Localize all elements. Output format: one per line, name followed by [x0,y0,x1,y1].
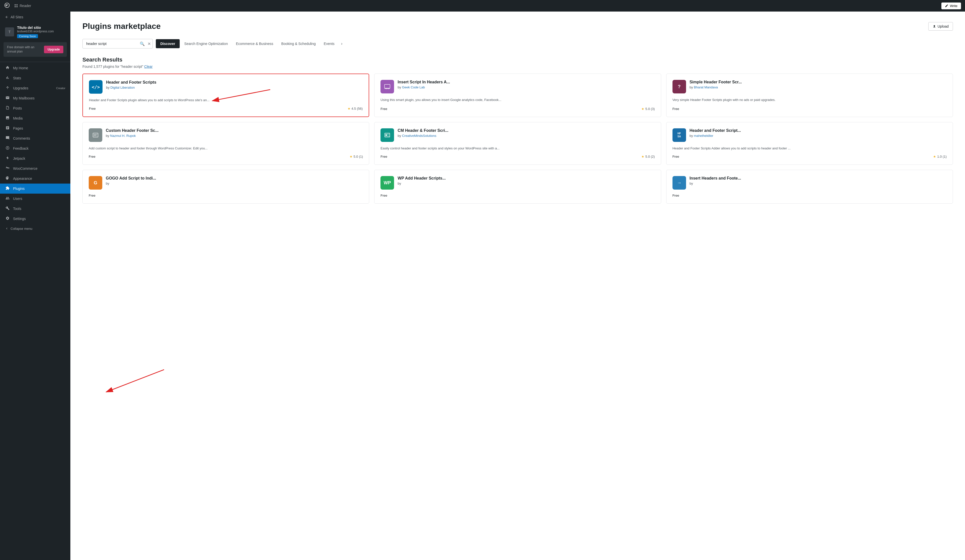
plugin-meta: Custom Header Footer Sc... by Nazmul H. … [106,128,363,138]
sidebar-item-left: Tools [5,206,21,211]
filter-tab-booking[interactable]: Booking & Scheduling [278,39,319,48]
sidebar-item-appearance[interactable]: Appearance [0,173,70,184]
site-avatar: T [5,28,14,36]
sidebar-item-media[interactable]: Media [0,113,70,123]
sidebar-item-left: My Mailboxes [5,96,35,101]
sidebar-item-stats[interactable]: Stats [0,73,70,83]
plugin-card-header-footer-scripts[interactable]: </> Header and Footer Scripts by Digital… [82,73,369,117]
search-wrapper: 🔍 ✕ [82,39,153,49]
plugin-card-insert-script-headers[interactable]: Insert Script In Headers A... by Geek Co… [374,73,661,117]
clear-search-link[interactable]: Clear [144,65,152,69]
plugin-meta: Simple Header Footer Scr... by Bharat Ma… [690,80,947,89]
svg-rect-6 [384,84,390,88]
sidebar-item-label: Pages [13,126,23,130]
upgrade-button[interactable]: Upgrade [44,46,63,53]
plugin-card-top: → Insert Headers and Foote... by [672,176,947,189]
plugin-icon: G [89,176,102,189]
sidebar-icon [5,146,10,151]
plugin-card-wp-add-header-scripts[interactable]: WP WP Add Header Scripts... by Free [374,170,661,204]
filter-tab-events[interactable]: Events [320,39,338,48]
sidebar-item-upgrades[interactable]: Upgrades Creator [0,83,70,93]
star-icon: ★ [348,107,350,111]
collapse-menu[interactable]: Collapse menu [0,224,70,233]
plugin-author-link[interactable]: mahethekiller [694,134,713,138]
sidebar-item-plugins[interactable]: Plugins [0,184,70,194]
plugin-card-top: Insert Script In Headers A... by Geek Co… [381,80,655,93]
plugin-author: by [106,181,363,185]
site-url: testweb336.wordpress.com [17,29,65,33]
plugin-name: Header and Footer Scripts [106,80,363,85]
upload-button[interactable]: Upload [928,22,953,31]
svg-rect-17 [386,135,387,136]
plugin-footer: Free [89,194,363,198]
sidebar-item-comments[interactable]: Comments [0,133,70,144]
content-area: Plugins marketplace Upload 🔍 ✕ DiscoverS… [70,11,965,560]
sidebar-divider [0,62,70,62]
filter-tab-ecommerce[interactable]: Ecommerce & Business [232,39,277,48]
sidebar-nav: My Home Stats Upgrades Creator My Mailbo… [0,63,70,224]
plugin-desc: Add custom script to header and footer t… [89,146,363,151]
plugin-rating: ★ 1.0 (1) [933,155,947,158]
coming-soon-badge: Coming Soon [17,34,38,38]
filter-tab-more[interactable]: › [339,39,344,49]
search-results-count: Found 1,577 plugins for "header script" … [82,65,953,69]
sidebar-item-label: WooCommerce [13,167,38,170]
search-icon-button[interactable]: 🔍 [140,41,145,46]
all-sites-link[interactable]: All Sites [0,11,70,23]
plugin-author: by Geek Code Lab [397,85,655,89]
write-button[interactable]: Write [941,3,961,9]
plugin-meta: Insert Script In Headers A... by Geek Co… [397,80,655,89]
sidebar-item-jetpack[interactable]: Jetpack [0,153,70,163]
sidebar-icon [5,116,10,121]
sidebar-item-settings[interactable]: Settings [0,214,70,224]
search-clear-button[interactable]: ✕ [147,41,151,46]
sidebar-item-label: Feedback [13,146,28,150]
sidebar-item-posts[interactable]: Posts [0,103,70,113]
plugin-footer: Free ★ 4.5 (56) [89,107,363,111]
plugin-author-link[interactable]: Geek Code Lab [402,85,425,89]
search-results-title: Search Results [82,57,953,63]
filter-tab-seo[interactable]: Search Engine Optimization [181,39,231,48]
sidebar-icon [5,136,10,141]
sidebar-item-users[interactable]: Users [0,194,70,204]
sidebar-item-left: Posts [5,106,22,111]
svg-rect-3 [16,6,18,7]
wordpress-logo[interactable] [4,2,10,10]
sidebar-item-left: Stats [5,75,21,81]
sidebar-item-tools[interactable]: Tools [0,204,70,214]
star-icon: ★ [641,107,644,111]
sidebar-icon [5,65,10,70]
plugin-card-simple-header-footer[interactable]: ? Simple Header Footer Scr... by Bharat … [666,73,953,117]
sidebar-item-label: Comments [13,136,30,140]
plugin-card-header-footer-adder[interactable]: HFSA Header and Footer Script... by mahe… [666,122,953,165]
plugin-author-link[interactable]: CreativeMindsSolutions [402,134,437,138]
sidebar-item-label: Plugins [13,186,25,191]
sidebar-item-woocommerce[interactable]: WooCommerce [0,163,70,173]
sidebar-item-left: WooCommerce [5,166,38,171]
sidebar-item-feedback[interactable]: Feedback [0,144,70,153]
sidebar-item-label: Media [13,116,23,120]
plugin-author-link[interactable]: Digital Liberation [110,86,135,90]
sidebar-icon [5,75,10,81]
plugin-card-gogo-add-script[interactable]: G GOGO Add Script to Indi... by Free [82,170,369,204]
plugin-author-link[interactable]: Nazmul H. Rupok [110,134,136,138]
plugin-card-custom-header-footer[interactable]: Custom Header Footer Sc... by Nazmul H. … [82,122,369,165]
sidebar-item-left: Plugins [5,186,25,191]
plugin-card-top: HFSA Header and Footer Script... by mahe… [672,128,947,142]
plugin-card-insert-headers-footers[interactable]: → Insert Headers and Foote... by Free [666,170,953,204]
plugin-meta: WP Add Header Scripts... by [397,176,655,185]
reader-link[interactable]: Reader [14,4,31,8]
plugin-price: Free [381,155,387,158]
plugin-name: GOGO Add Script to Indi... [106,176,363,181]
plugin-author: by Bharat Mandava [690,85,947,89]
filter-tab-discover[interactable]: Discover [156,39,180,48]
sidebar-item-my-home[interactable]: My Home [0,63,70,73]
sidebar-item-pages[interactable]: Pages [0,123,70,133]
filter-tabs: DiscoverSearch Engine OptimizationEcomme… [156,39,344,49]
plugin-card-cm-header-footer[interactable]: CM Header & Footer Scri... by CreativeMi… [374,122,661,165]
plugin-icon: → [672,176,686,189]
plugin-author-link[interactable]: Bharat Mandava [694,85,718,89]
sidebar-item-my-mailboxes[interactable]: My Mailboxes [0,93,70,103]
sidebar-icon [5,156,10,161]
sidebar-item-label: Jetpack [13,157,25,160]
